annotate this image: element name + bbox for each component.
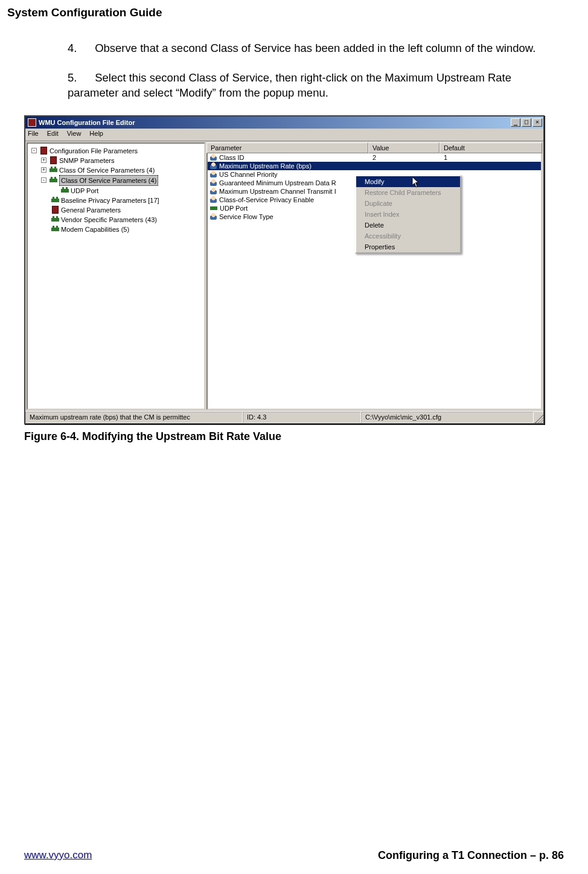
ctx-delete[interactable]: Delete: [356, 220, 460, 231]
expand-toggle-icon[interactable]: -: [31, 148, 37, 153]
params-icon: [51, 218, 59, 222]
step-4-number: 4.: [68, 41, 92, 56]
list-row-selected[interactable]: Maximum Upstream Rate (bps): [208, 162, 541, 170]
menu-edit[interactable]: Edit: [47, 130, 59, 139]
tree-panel[interactable]: - Configuration File Parameters + SNMP P…: [27, 142, 205, 410]
tree-label-selected: Class Of Service Parameters (4): [59, 175, 158, 186]
tree-label: UDP Port: [71, 186, 98, 196]
ctx-modify[interactable]: Modify: [356, 176, 460, 187]
footer-page-ref: Configuring a T1 Connection – p. 86: [378, 849, 564, 862]
status-path: C:\Vyyo\mic\mic_v301.cfg: [361, 412, 534, 423]
expand-toggle-icon[interactable]: +: [41, 158, 46, 163]
tree-label: SNMP Parameters: [59, 156, 115, 165]
cell-default: 1: [444, 154, 447, 161]
app-icon: [28, 118, 36, 127]
minimize-button[interactable]: _: [511, 118, 520, 127]
params-icon: [210, 206, 217, 210]
ctx-restore: Restore Child Parameters: [356, 187, 460, 198]
menu-view[interactable]: View: [67, 130, 81, 139]
tree-node-snmp[interactable]: + SNMP Parameters: [31, 156, 203, 165]
param-icon: [210, 171, 217, 177]
cell-param: Class-of-Service Privacy Enable: [219, 196, 314, 203]
tree-label: Modem Capabilities (5): [61, 225, 129, 234]
work-area: - Configuration File Parameters + SNMP P…: [25, 141, 543, 411]
maximize-button[interactable]: □: [522, 118, 531, 127]
status-bar: Maximum upstream rate (bps) that the CM …: [25, 411, 543, 423]
ctx-duplicate: Duplicate: [356, 198, 460, 209]
tree-node-cos1[interactable]: + Class Of Service Parameters (4): [31, 165, 203, 175]
cell-param: US Channel Priority: [219, 171, 278, 178]
tree-label: Vendor Specific Parameters (43): [61, 215, 157, 225]
cell-param: Class ID: [219, 154, 372, 161]
param-icon: [210, 213, 217, 220]
step-4: 4. Observe that a second Class of Servic…: [68, 41, 564, 56]
window-sys-buttons: _ □ ✕: [511, 118, 542, 127]
param-icon: [210, 162, 217, 169]
params-icon: [51, 199, 59, 202]
tree-node-modem[interactable]: Modem Capabilities (5): [31, 225, 203, 234]
tree-node-cos2[interactable]: - Class Of Service Parameters (4): [31, 175, 203, 186]
cursor-icon: [412, 176, 420, 188]
param-icon: [210, 196, 217, 203]
ctx-insert-index: Insert Index: [356, 209, 460, 220]
param-icon: [210, 188, 217, 194]
tree-node-general[interactable]: General Parameters: [31, 205, 203, 215]
params-icon: [50, 168, 57, 172]
doc-title: System Configuration Guide: [7, 6, 564, 19]
menu-bar: File Edit View Help: [25, 129, 543, 141]
cell-param: Guaranteed Minimum Upstream Data R: [219, 179, 336, 187]
step-4-text: Observe that a second Class of Service h…: [95, 42, 535, 54]
params-icon: [61, 189, 69, 193]
title-bar[interactable]: WMU Configuration File Editor _ □ ✕: [25, 116, 543, 129]
col-default[interactable]: Default: [439, 142, 542, 153]
book-icon: [50, 156, 57, 164]
menu-file[interactable]: File: [28, 130, 39, 139]
tree-node-baseline[interactable]: Baseline Privacy Parameters [17]: [31, 196, 203, 205]
tree-node-udp[interactable]: UDP Port: [31, 186, 203, 196]
book-icon: [40, 147, 47, 155]
figure-caption: Figure 6-4. Modifying the Upstream Bit R…: [24, 430, 564, 443]
status-message: Maximum upstream rate (bps) that the CM …: [25, 412, 243, 423]
col-value[interactable]: Value: [368, 142, 439, 153]
book-icon: [52, 206, 59, 214]
resize-grip-icon[interactable]: [534, 412, 543, 423]
step-5-text: Select this second Class of Service, the…: [68, 71, 511, 99]
cell-param: UDP Port: [220, 205, 248, 212]
cell-param: Maximum Upstream Channel Transmit I: [219, 188, 336, 195]
cell-param: Service Flow Type: [219, 213, 273, 220]
tree-label: Baseline Privacy Parameters [17]: [61, 196, 159, 205]
param-icon: [210, 154, 217, 161]
page-footer: www.vyyo.com Configuring a T1 Connection…: [24, 849, 564, 862]
params-icon: [50, 179, 57, 182]
list-body[interactable]: Class ID 2 1 Maximum Upstream Rate (bps)…: [206, 153, 542, 410]
list-panel: Parameter Value Default Class ID 2 1 Max…: [206, 142, 542, 410]
tree-label: Class Of Service Parameters (4): [59, 165, 155, 175]
close-button[interactable]: ✕: [532, 118, 542, 127]
ctx-accessibility: Accessibility: [356, 231, 460, 241]
list-row[interactable]: Class ID 2 1: [208, 153, 541, 162]
param-icon: [210, 179, 217, 186]
list-header: Parameter Value Default: [206, 142, 542, 153]
footer-link[interactable]: www.vyyo.com: [24, 849, 92, 862]
step-5: 5. Select this second Class of Service, …: [68, 71, 564, 101]
context-menu: Modify Restore Child Parameters Duplicat…: [355, 175, 461, 254]
window-title: WMU Configuration File Editor: [39, 119, 135, 126]
menu-help[interactable]: Help: [89, 130, 103, 139]
tree-label: General Parameters: [61, 205, 121, 215]
status-id: ID: 4.3: [243, 412, 361, 423]
app-window: WMU Configuration File Editor _ □ ✕ File…: [24, 115, 545, 424]
params-icon: [51, 228, 59, 231]
tree-node-root[interactable]: - Configuration File Parameters: [31, 146, 203, 156]
tree-label: Configuration File Parameters: [50, 146, 138, 156]
ctx-properties[interactable]: Properties: [356, 241, 460, 252]
col-parameter[interactable]: Parameter: [206, 142, 368, 153]
expand-toggle-icon[interactable]: -: [41, 177, 46, 183]
step-5-number: 5.: [68, 71, 92, 86]
expand-toggle-icon[interactable]: +: [41, 167, 46, 173]
tree-node-vendor[interactable]: Vendor Specific Parameters (43): [31, 215, 203, 225]
cell-value: 2: [372, 154, 444, 161]
cell-param: Maximum Upstream Rate (bps): [219, 162, 312, 170]
